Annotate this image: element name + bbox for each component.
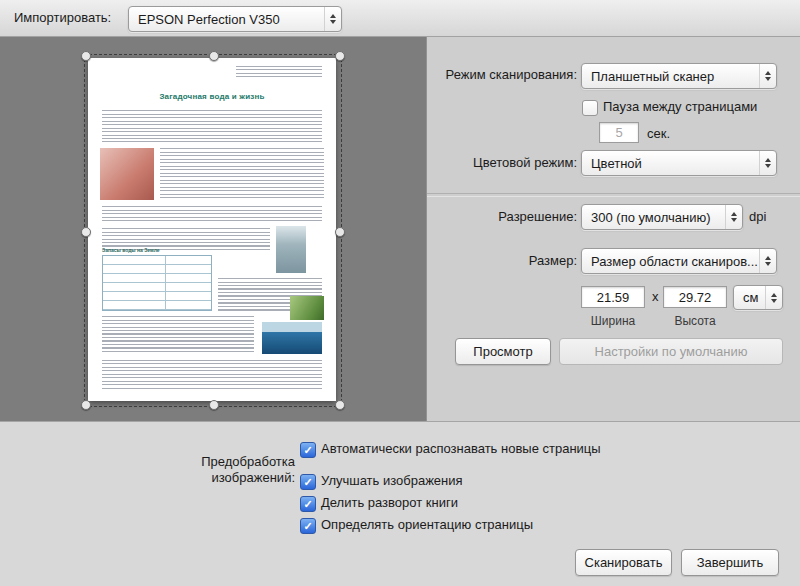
preview-button[interactable]: Просмотр [455, 338, 551, 365]
checkmark-icon: ✓ [303, 499, 312, 510]
enhance-images-label: Улучшать изображения [321, 473, 463, 488]
resolution-select[interactable]: 300 (по умолчанию) [581, 204, 743, 230]
scanner-import-window: Импортировать: EPSON Perfection V350 Заг… [0, 0, 800, 586]
detect-new-pages-label: Автоматически распознавать новые страниц… [321, 441, 601, 456]
done-button[interactable]: Завершить [681, 549, 779, 576]
scan-mode-select[interactable]: Планшетный сканер [581, 63, 777, 89]
defaults-button: Настройки по умолчанию [559, 338, 783, 365]
import-label: Импортировать: [14, 10, 111, 25]
selection-handle[interactable] [209, 400, 219, 410]
selection-handle[interactable] [335, 51, 345, 61]
seconds-unit-label: сек. [647, 126, 670, 141]
detect-new-pages-checkbox[interactable]: ✓ [300, 442, 316, 458]
import-device-select[interactable]: EPSON Perfection V350 [128, 6, 342, 32]
scan-button[interactable]: Сканировать [575, 549, 672, 576]
detect-orientation-label: Определять ориентацию страницы [321, 517, 533, 532]
color-mode-select[interactable]: Цветной [581, 150, 777, 176]
size-select[interactable]: Размер области сканиров... [581, 248, 777, 274]
color-mode-label: Цветовой режим: [427, 155, 577, 170]
pause-label: Пауза между страницами [603, 99, 757, 114]
size-label: Размер: [427, 253, 577, 268]
pause-seconds-input[interactable] [599, 122, 639, 143]
enhance-images-checkbox[interactable]: ✓ [300, 474, 316, 490]
chevron-up-down-icon [324, 7, 341, 31]
selection-handle[interactable] [81, 51, 91, 61]
chevron-up-down-icon [759, 249, 776, 273]
chevron-up-down-icon [725, 205, 742, 229]
scan-mode-label: Режим сканирования: [427, 67, 577, 82]
units-select[interactable]: см [733, 285, 783, 310]
size-value: Размер области сканиров... [582, 254, 759, 269]
dimension-separator: x [652, 289, 659, 304]
selection-handle[interactable] [209, 51, 219, 61]
settings-pane: Режим сканирования: Планшетный сканер Па… [427, 37, 800, 421]
preview-pane: Загадочная вода и жизнь Запасы воды на З… [0, 37, 427, 421]
toolbar: Импортировать: EPSON Perfection V350 [0, 0, 800, 37]
checkmark-icon: ✓ [303, 477, 312, 488]
postprocessing-pane: Предобработка изображений: ✓ Автоматичес… [0, 421, 800, 586]
height-input[interactable] [663, 286, 727, 308]
selection-marquee[interactable] [84, 54, 342, 407]
split-book-spread-label: Делить разворот книги [321, 495, 458, 510]
detect-orientation-checkbox[interactable]: ✓ [300, 518, 316, 534]
width-input[interactable] [581, 286, 645, 308]
selection-handle[interactable] [335, 227, 345, 237]
checkmark-icon: ✓ [303, 445, 312, 456]
import-device-value: EPSON Perfection V350 [129, 12, 324, 27]
color-mode-value: Цветной [582, 156, 759, 171]
selection-handle[interactable] [81, 400, 91, 410]
pause-checkbox[interactable] [582, 100, 598, 116]
selection-handle[interactable] [335, 400, 345, 410]
chevron-up-down-icon [759, 64, 776, 88]
scan-mode-value: Планшетный сканер [582, 69, 759, 84]
resolution-label: Разрешение: [427, 209, 577, 224]
postprocessing-label: Предобработка изображений: [135, 454, 295, 486]
settings-separator [427, 193, 800, 197]
split-book-spread-checkbox[interactable]: ✓ [300, 496, 316, 512]
resolution-value: 300 (по умолчанию) [582, 210, 725, 225]
chevron-up-down-icon [759, 151, 776, 175]
selection-handle[interactable] [81, 227, 91, 237]
checkmark-icon: ✓ [303, 521, 312, 532]
units-value: см [734, 290, 765, 305]
width-caption: Ширина [581, 314, 645, 328]
dpi-label: dpi [749, 209, 766, 224]
height-caption: Высота [663, 314, 727, 328]
chevron-up-down-icon [765, 286, 782, 309]
